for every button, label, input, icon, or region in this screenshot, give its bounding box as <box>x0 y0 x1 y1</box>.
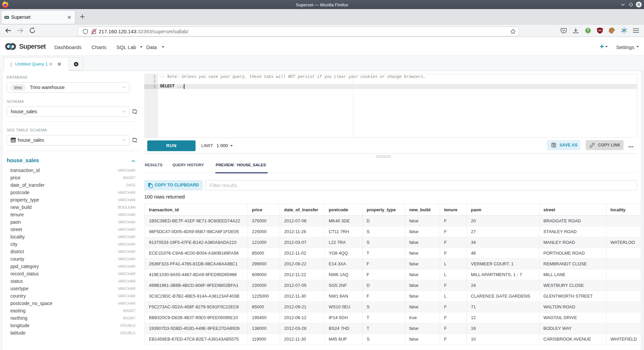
svg-text:UO: UO <box>598 29 602 32</box>
